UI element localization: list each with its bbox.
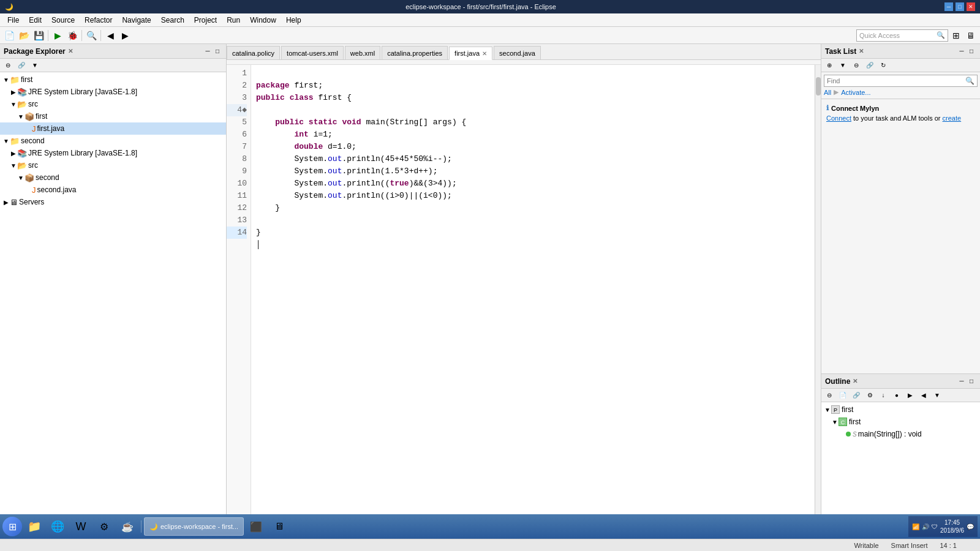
tl-btn-3[interactable]: ⊖ (850, 59, 863, 72)
pe-view-menu[interactable]: ▼ (28, 59, 42, 72)
editor-content[interactable]: 1 2 3 4◆ 5 6 7 8 9 10 11 12 13 14 packag… (227, 65, 821, 527)
tab-web-xml[interactable]: web.xml (345, 46, 380, 59)
menu-refactor[interactable]: Refactor (80, 15, 117, 26)
search-icon: 🔍 (937, 31, 945, 39)
tab-catalina-policy[interactable]: catalina.policy (227, 46, 280, 59)
menu-help[interactable]: Help (281, 15, 306, 26)
task-list-close[interactable]: ✕ (859, 48, 864, 54)
outline-maximize[interactable]: □ (967, 377, 976, 386)
create-link[interactable]: create (943, 114, 962, 122)
outline-item-first-class[interactable]: ▼ C first (821, 416, 980, 428)
search-button[interactable]: 🔍 (85, 29, 98, 42)
find-input[interactable] (827, 77, 965, 84)
tl-btn-2[interactable]: ▼ (836, 59, 850, 72)
tree-item-servers[interactable]: ▶ 🖥 Servers (0, 196, 226, 208)
taskbar-settings[interactable]: ⚙ (93, 516, 115, 537)
package-explorer-close[interactable]: ✕ (68, 48, 73, 54)
tree-item-jre1[interactable]: ▶ 📚 JRE System Library [JavaSE-1.8] (0, 86, 226, 98)
close-button[interactable]: ✕ (967, 2, 975, 11)
tl-btn-1[interactable]: ⊕ (823, 59, 836, 72)
tree-item-second-package[interactable]: ▼ 📦 second (0, 171, 226, 184)
save-button[interactable]: 💾 (32, 29, 45, 42)
pe-maximize[interactable]: □ (213, 47, 222, 56)
taskbar-eclipse-app[interactable]: 🌙 eclipse-workspace - first... (144, 517, 244, 536)
tab-tomcat-users[interactable]: tomcat-users.xml (281, 46, 344, 59)
jre-icon-1: 📚 (17, 88, 27, 97)
pe-link-editor[interactable]: 🔗 (15, 59, 28, 72)
task-list-minimize[interactable]: ─ (957, 47, 967, 56)
outline-btn-2[interactable]: 📄 (836, 389, 850, 402)
task-list-maximize[interactable]: □ (967, 47, 976, 56)
taskbar-vm[interactable]: 🖥 (268, 516, 290, 537)
start-button[interactable]: ⊞ (2, 517, 22, 536)
code-area[interactable]: package first; public class first { publ… (251, 65, 815, 527)
tree-item-first-project[interactable]: ▼ 📁 first (0, 73, 226, 86)
menu-window[interactable]: Window (245, 15, 281, 26)
tree-item-src2[interactable]: ▼ 📂 src (0, 159, 226, 171)
tab-first-java-close[interactable]: ✕ (482, 50, 487, 57)
outline-minimize[interactable]: ─ (957, 377, 967, 386)
minimize-button[interactable]: ─ (944, 2, 953, 11)
perspectives-button[interactable]: ⊞ (949, 29, 963, 42)
tab-second-java[interactable]: second.java (494, 46, 541, 59)
tab-first-java[interactable]: first.java ✕ (449, 47, 492, 60)
debug-button[interactable]: 🐞 (66, 29, 79, 42)
menu-search[interactable]: Search (156, 15, 189, 26)
find-all-label[interactable]: All (824, 89, 831, 96)
outline-item-main-method[interactable]: S main(String[]) : void (821, 428, 980, 440)
prev-button[interactable]: ◀ (104, 29, 117, 42)
tree-item-src1[interactable]: ▼ 📂 src (0, 98, 226, 110)
tree-item-second-project[interactable]: ▼ 📁 second (0, 135, 226, 147)
network-icon: 📶 (912, 523, 919, 530)
open-button[interactable]: 📂 (17, 29, 31, 42)
code-line-9: System.out.println((true)&&(3>4)); (256, 179, 457, 188)
tab-catalina-properties[interactable]: catalina.properties (382, 46, 448, 59)
editor-scrollbar[interactable] (815, 65, 821, 527)
pe-collapse-all[interactable]: ⊖ (1, 59, 15, 72)
quick-access-box[interactable]: Quick Access 🔍 (856, 29, 948, 42)
task-list-header: Task List ✕ ─ □ (821, 44, 980, 59)
tl-btn-4[interactable]: 🔗 (863, 59, 876, 72)
new-button[interactable]: 📄 (2, 29, 16, 42)
pe-minimize[interactable]: ─ (203, 47, 213, 56)
taskbar-chrome[interactable]: 🌐 (47, 516, 69, 537)
taskbar-folder[interactable]: 📁 (23, 516, 45, 537)
project-icon: 📁 (10, 75, 20, 84)
tl-btn-5[interactable]: ↻ (876, 59, 890, 72)
menu-edit[interactable]: Edit (24, 15, 47, 26)
menu-file[interactable]: File (2, 15, 24, 26)
tree-item-second-java[interactable]: J second.java (0, 184, 226, 196)
outline-close[interactable]: ✕ (853, 378, 858, 384)
line-num-3: 3 (227, 92, 247, 104)
open-perspective-button[interactable]: 🖥 (964, 29, 978, 42)
next-button[interactable]: ▶ (118, 29, 132, 42)
taskbar-word[interactable]: W (70, 516, 92, 537)
taskbar-java[interactable]: ☕ (116, 516, 138, 537)
outline-arrow-2: ▼ (831, 419, 839, 425)
first-package-label: first (36, 112, 47, 121)
menu-navigate[interactable]: Navigate (117, 15, 156, 26)
package-explorer-tree: ▼ 📁 first ▶ 📚 JRE System Library [JavaSE… (0, 72, 226, 533)
connect-link[interactable]: Connect (826, 114, 851, 122)
outline-btn-9[interactable]: ▼ (930, 389, 944, 402)
menu-run[interactable]: Run (222, 15, 245, 26)
code-line-8: System.out.println(1.5*3+d++); (256, 167, 437, 176)
outline-btn-1[interactable]: ⊖ (823, 389, 836, 402)
run-button[interactable]: ▶ (51, 29, 64, 42)
outline-btn-6[interactable]: ● (890, 389, 903, 402)
outline-item-first-package[interactable]: ▼ P first (821, 403, 980, 416)
outline-btn-8[interactable]: ◀ (917, 389, 930, 402)
maximize-button[interactable]: □ (956, 2, 964, 11)
menu-project[interactable]: Project (189, 15, 222, 26)
menu-source[interactable]: Source (47, 15, 80, 26)
taskbar-cmd[interactable]: ⬛ (245, 516, 267, 537)
outline-btn-7[interactable]: ▶ (903, 389, 917, 402)
outline-btn-4[interactable]: ⚙ (863, 389, 876, 402)
outline-btn-5[interactable]: ↓ (876, 389, 890, 402)
tree-item-first-package[interactable]: ▼ 📦 first (0, 110, 226, 122)
tree-item-first-java[interactable]: J first.java (0, 122, 226, 135)
scroll-thumb[interactable] (816, 77, 821, 96)
find-activate-label[interactable]: Activate... (841, 89, 870, 96)
tree-item-jre2[interactable]: ▶ 📚 JRE System Library [JavaSE-1.8] (0, 147, 226, 159)
outline-btn-3[interactable]: 🔗 (850, 389, 863, 402)
